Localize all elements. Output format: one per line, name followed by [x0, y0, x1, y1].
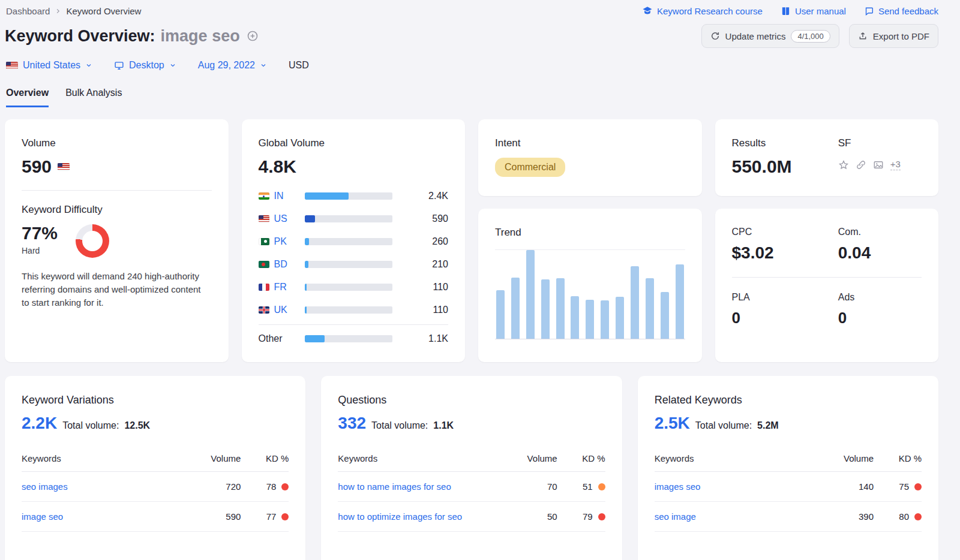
divider	[22, 190, 212, 191]
trend-bar	[616, 297, 624, 339]
country-volume-value[interactable]: 2.4K	[392, 191, 449, 201]
breadcrumb: Dashboard Keyword Overview	[5, 6, 141, 16]
intent-trend-column: Intent Commercial Trend	[478, 119, 702, 362]
graduation-cap-icon	[642, 5, 653, 16]
country-code-link[interactable]: US	[274, 213, 305, 224]
tab-overview[interactable]: Overview	[6, 88, 49, 107]
user-manual-link[interactable]: User manual	[781, 6, 846, 16]
intent-badge-commercial[interactable]: Commercial	[495, 158, 565, 177]
questions-card: Questions 332 Total volume: 1.1K Keyword…	[321, 376, 622, 560]
keyword-research-course-link[interactable]: Keyword Research course	[642, 5, 763, 16]
link-icon[interactable]	[856, 159, 866, 170]
country-volume-bar-fill	[305, 238, 310, 245]
kd-dot	[598, 483, 605, 490]
country-volume-bar	[305, 335, 392, 342]
country-volume-value: 590	[392, 213, 449, 224]
kd-column-header: KD %	[241, 453, 289, 463]
breadcrumb-dashboard[interactable]: Dashboard	[6, 6, 50, 16]
top-links: Keyword Research course User manual Send…	[642, 5, 938, 16]
keyword-kd: 79	[583, 511, 593, 522]
flag-uk-icon	[259, 306, 269, 314]
send-feedback-link[interactable]: Send feedback	[864, 6, 938, 16]
keyword-link[interactable]: seo images	[22, 481, 68, 492]
other-label: Other	[259, 333, 305, 344]
top-link-label: Send feedback	[878, 6, 938, 16]
keyword-link[interactable]: seo image	[655, 511, 696, 522]
country-filter[interactable]: United States	[6, 60, 92, 71]
volume-title: Volume	[22, 137, 212, 149]
feedback-bubble-icon	[864, 6, 874, 16]
kd-level-label: Hard	[22, 246, 58, 255]
volume-value: 590	[22, 158, 52, 176]
volume-card: Volume 590 Keyword Difficulty 77% Hard T…	[5, 119, 229, 362]
add-keyword-icon[interactable]	[247, 30, 259, 42]
device-filter[interactable]: Desktop	[114, 60, 176, 71]
country-volume-bar	[305, 215, 392, 222]
keyword-link[interactable]: how to optimize images for seo	[338, 511, 462, 522]
trend-bar	[631, 266, 639, 339]
divider	[732, 277, 922, 278]
kd-dot	[598, 513, 605, 520]
update-metrics-button[interactable]: Update metrics 4/1,000	[701, 24, 839, 48]
trend-bar	[511, 278, 520, 339]
trend-bar	[526, 250, 535, 339]
country-code-link[interactable]: FR	[274, 282, 305, 293]
country-code-link[interactable]: IN	[274, 191, 305, 201]
keywords-column-header: Keywords	[338, 453, 497, 463]
country-volume-value[interactable]: 210	[392, 259, 449, 270]
export-icon	[858, 31, 868, 41]
country-code-link[interactable]: PK	[274, 236, 305, 247]
competition-label: Com.	[838, 227, 922, 237]
keyword-link[interactable]: images seo	[655, 481, 701, 492]
keywords-column-header: Keywords	[655, 453, 814, 463]
kd-dot	[914, 483, 922, 490]
total-volume-label: Total volume:	[695, 420, 752, 431]
volume-column-header: Volume	[814, 453, 874, 463]
country-code-link[interactable]: UK	[274, 305, 305, 315]
date-filter[interactable]: Aug 29, 2022	[198, 60, 267, 71]
keyword-volume: 390	[814, 511, 874, 522]
tab-bulk-analysis[interactable]: Bulk Analysis	[65, 88, 122, 107]
country-volume-value[interactable]: 260	[392, 236, 449, 247]
kd-column-header: KD %	[874, 453, 922, 463]
star-icon[interactable]	[838, 159, 849, 170]
trend-bar	[496, 290, 505, 339]
export-pdf-button[interactable]: Export to PDF	[849, 24, 938, 48]
top-link-label: User manual	[795, 6, 846, 16]
trend-bar	[556, 278, 565, 339]
keyword-link[interactable]: image seo	[22, 511, 63, 522]
keyword-kd: 75	[899, 481, 909, 492]
global-volume-card: Global Volume 4.8K IN 2.4K US 590 PK	[242, 119, 466, 362]
keyword-overview-page: Dashboard Keyword Overview Keyword Resea…	[0, 0, 960, 560]
serp-features-more-link[interactable]: +3	[890, 159, 901, 170]
tabs: Overview Bulk Analysis	[5, 88, 938, 107]
country-volume-value[interactable]: 110	[392, 282, 449, 293]
chevron-down-icon	[169, 62, 176, 69]
results-cpc-column: Results 550.0M SF	[715, 119, 939, 362]
refresh-icon	[710, 31, 720, 41]
table-count: 2.5K	[655, 414, 690, 433]
table-row: seo image 390 80	[655, 502, 922, 532]
country-volume-bar-fill	[305, 215, 316, 222]
country-volume-bar	[305, 238, 392, 245]
country-volume-value[interactable]: 110	[392, 305, 449, 315]
top-link-label: Keyword Research course	[657, 6, 763, 16]
keyword-kd: 78	[266, 481, 277, 492]
image-icon[interactable]	[873, 159, 884, 170]
cpc-label: CPC	[732, 227, 838, 237]
table-count: 2.2K	[22, 414, 57, 433]
global-volume-row: IN 2.4K	[259, 189, 449, 203]
country-volume-bar-fill	[305, 284, 307, 291]
trend-bar	[541, 279, 550, 339]
country-volume-bar	[305, 192, 392, 200]
global-volume-value: 4.8K	[259, 158, 449, 176]
keyword-link[interactable]: how to name images for seo	[338, 481, 451, 492]
results-value: 550.0M	[732, 158, 838, 176]
table-header: Keywords Volume KD %	[22, 453, 289, 472]
keyword-tables-grid: Keyword Variations 2.2K Total volume: 12…	[5, 376, 938, 560]
trend-bar	[601, 300, 609, 339]
country-code-link[interactable]: BD	[274, 259, 305, 270]
table-row: seo images 720 78	[22, 472, 289, 502]
intent-title: Intent	[495, 137, 685, 149]
page-title: Keyword Overview: image seo	[5, 27, 259, 46]
